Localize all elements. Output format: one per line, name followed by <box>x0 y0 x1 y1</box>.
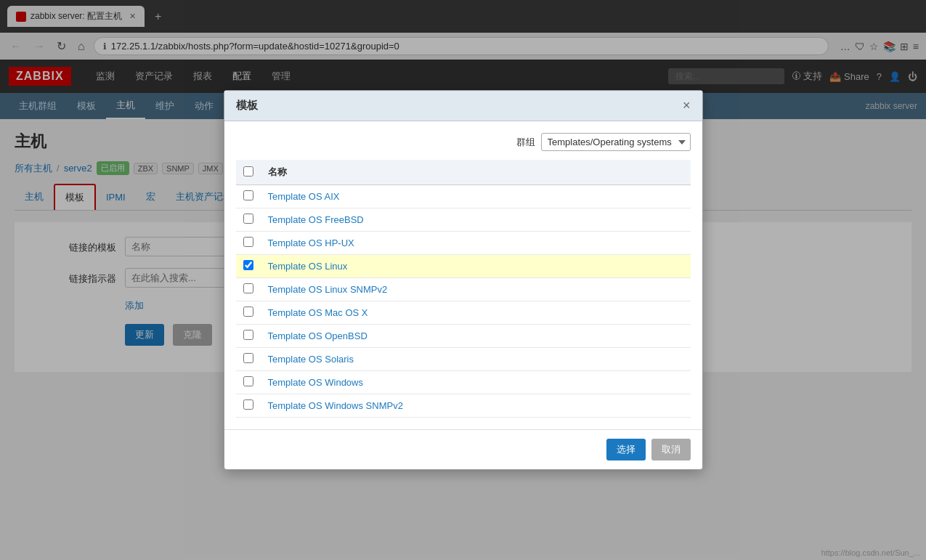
modal-header: 模板 × <box>224 91 702 121</box>
row-checkbox-cell <box>236 325 261 348</box>
row-name-cell: Template OS Mac OS X <box>261 301 691 325</box>
row-checkbox-cell <box>236 278 261 301</box>
row-name-cell: Template OS OpenBSD <box>261 325 691 348</box>
modal-title: 模板 <box>236 99 258 113</box>
modal-overlay: 模板 × 群组 Templates/Operating systems Temp… <box>0 0 926 384</box>
template-modal: 模板 × 群组 Templates/Operating systems Temp… <box>224 90 703 384</box>
templates-table: 名称 Template OS AIX Template OS FreeBSD <box>236 160 691 384</box>
row-checkbox-6[interactable] <box>243 307 253 317</box>
modal-filter: 群组 Templates/Operating systems Templates… <box>236 133 691 151</box>
template-link-5[interactable]: Template OS Linux SNMPv2 <box>268 284 388 295</box>
template-link-8[interactable]: Template OS Solaris <box>268 354 354 365</box>
filter-group-label: 群组 <box>516 136 535 149</box>
table-row: Template OS Linux <box>236 255 691 278</box>
modal-body: 群组 Templates/Operating systems Templates… <box>224 121 702 384</box>
row-name-cell: Template OS Solaris <box>261 348 691 371</box>
table-row: Template OS Mac OS X <box>236 301 691 325</box>
row-name-cell: Template OS FreeBSD <box>261 208 691 232</box>
row-checkbox-3[interactable] <box>243 237 253 247</box>
row-checkbox-cell <box>236 371 261 384</box>
row-checkbox-1[interactable] <box>243 190 253 200</box>
row-checkbox-cell <box>236 255 261 278</box>
row-checkbox-5[interactable] <box>243 283 253 293</box>
template-link-7[interactable]: Template OS OpenBSD <box>268 330 367 341</box>
row-checkbox-cell <box>236 185 261 208</box>
row-name-cell: Template OS AIX <box>261 185 691 208</box>
select-all-checkbox[interactable] <box>243 166 253 176</box>
row-name-cell: Template OS HP-UX <box>261 232 691 255</box>
row-checkbox-8[interactable] <box>243 353 253 363</box>
row-checkbox-9[interactable] <box>243 376 253 384</box>
template-link-1[interactable]: Template OS AIX <box>268 191 340 202</box>
row-checkbox-7[interactable] <box>243 330 253 340</box>
table-row: Template OS Linux SNMPv2 <box>236 278 691 301</box>
table-row: Template OS Solaris <box>236 348 691 371</box>
row-checkbox-4[interactable] <box>243 260 253 270</box>
modal-close-button[interactable]: × <box>683 98 691 113</box>
filter-group-select[interactable]: Templates/Operating systems Templates/Ap… <box>541 133 691 151</box>
template-link-6[interactable]: Template OS Mac OS X <box>268 307 368 318</box>
table-header-name: 名称 <box>261 160 691 185</box>
row-name-cell: Template OS Windows <box>261 371 691 384</box>
template-link-9[interactable]: Template OS Windows <box>268 377 364 384</box>
table-row: Template OS OpenBSD <box>236 325 691 348</box>
table-header-checkbox-cell <box>236 160 261 185</box>
row-checkbox-cell <box>236 208 261 232</box>
row-checkbox-cell <box>236 348 261 371</box>
row-checkbox-cell <box>236 232 261 255</box>
table-row: Template OS HP-UX <box>236 232 691 255</box>
table-row: Template OS FreeBSD <box>236 208 691 232</box>
template-link-4[interactable]: Template OS Linux <box>268 261 348 272</box>
table-row: Template OS Windows <box>236 371 691 384</box>
row-name-cell: Template OS Linux SNMPv2 <box>261 278 691 301</box>
template-link-2[interactable]: Template OS FreeBSD <box>268 214 364 225</box>
table-row: Template OS AIX <box>236 185 691 208</box>
row-checkbox-cell <box>236 301 261 325</box>
template-link-3[interactable]: Template OS HP-UX <box>268 238 354 248</box>
row-name-cell: Template OS Linux <box>261 255 691 278</box>
row-checkbox-2[interactable] <box>243 214 253 224</box>
